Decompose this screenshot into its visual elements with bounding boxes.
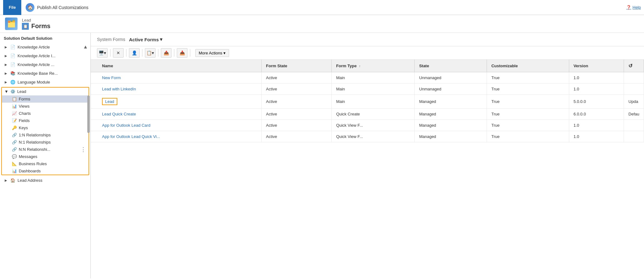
cell-form-type: Quick Create — [332, 109, 415, 120]
business-rules-icon: 📐 — [12, 161, 17, 166]
kb-icon: 📚 — [10, 70, 16, 76]
entity-labels: Lead 📋 Forms — [22, 18, 50, 30]
sidebar-label: Knowledge Article ... — [18, 62, 54, 67]
cell-form-type: Main — [332, 84, 415, 95]
sidebar-scrollbar-thumb[interactable] — [87, 95, 90, 133]
system-forms-label: System Forms — [97, 37, 125, 42]
expand-icon: ▼ — [4, 89, 8, 94]
table-row-lead: Lead Active Main Managed True 5.0.0.0 Up… — [91, 95, 644, 109]
sidebar: Solution Default Solution ▶ 📄 Knowledge … — [0, 33, 91, 278]
cell-customizable: True — [487, 120, 569, 131]
cell-customizable: True — [487, 95, 569, 109]
cell-form-state: Active — [262, 72, 332, 84]
module-icon: 🌐 — [10, 79, 16, 85]
sidebar-item-fields[interactable]: 📝 Fields — [2, 117, 89, 124]
help-circle-icon: ❓ — [626, 5, 631, 10]
publish-label: Publish All Customizations — [37, 5, 88, 10]
sidebar-label: Lead — [17, 89, 26, 94]
cell-version: 6.0.0.0 — [569, 109, 624, 120]
cell-form-type: Quick View F... — [332, 120, 415, 131]
more-actions-button[interactable]: More Actions ▾ — [195, 49, 229, 57]
article-icon: 📄 — [10, 44, 16, 50]
help-link[interactable]: ❓ Help — [626, 5, 641, 10]
sidebar-item-business-rules[interactable]: 📐 Business Rules — [2, 160, 89, 167]
cell-extra — [624, 84, 644, 95]
sidebar-item-language-module[interactable]: ▶ 🌐 Language Module — [0, 78, 90, 86]
export-button[interactable]: 📥 — [177, 48, 187, 58]
form-link-lead-quick-create[interactable]: Lead Quick Create — [102, 112, 136, 116]
publish-icon: 🏠 — [26, 3, 34, 12]
col-customizable: Customizable — [487, 60, 569, 72]
drag-handle-icon[interactable]: ⋮ — [80, 146, 89, 153]
sidebar-item-charts[interactable]: 📈 Charts — [2, 110, 89, 117]
delete-icon: ✕ — [116, 50, 120, 55]
cell-name: App for Outlook Lead Quick Vi... — [91, 131, 262, 142]
edit-button[interactable]: 👤 — [129, 48, 140, 58]
sidebar-item-dashboards[interactable]: 📊 Dashboards — [2, 167, 89, 175]
sidebar-item-views[interactable]: 📊 Views — [2, 103, 89, 110]
main-layout: Solution Default Solution ▶ 📄 Knowledge … — [0, 33, 644, 278]
sidebar-label: Charts — [19, 111, 31, 116]
table-row: App for Outlook Lead Card Active Quick V… — [91, 120, 644, 131]
cell-name: New Form — [91, 72, 262, 84]
scroll-up-icon[interactable]: ▲ — [83, 44, 88, 50]
cell-form-state: Active — [262, 95, 332, 109]
sidebar-label: Fields — [19, 118, 30, 123]
cell-name: Lead with LinkedIn — [91, 84, 262, 95]
help-label: Help — [632, 5, 641, 10]
copy-button[interactable]: 📋▾ — [145, 48, 156, 58]
cell-form-state: Active — [262, 109, 332, 120]
entity-header: 🗂️ Lead 📋 Forms — [0, 15, 644, 33]
sidebar-item-nn-relationships[interactable]: 🔗 N:N Relationshi... — [2, 146, 80, 153]
sidebar-item-knowledge-article-2[interactable]: ▶ 📄 Knowledge Article I... — [0, 51, 90, 60]
sidebar-label: Language Module — [18, 80, 50, 84]
active-forms-button[interactable]: Active Forms ▾ — [129, 37, 162, 42]
cell-name: Lead — [91, 95, 262, 109]
form-link-lead[interactable]: Lead — [102, 98, 117, 105]
table-row: App for Outlook Lead Quick Vi... Active … — [91, 131, 644, 142]
sidebar-label: 1:N Relationships — [19, 133, 51, 137]
sidebar-item-knowledge-article-3[interactable]: ▶ 📄 Knowledge Article ... — [0, 60, 90, 69]
sidebar-item-knowledge-article-1[interactable]: ▶ 📄 Knowledge Article ▲ — [0, 43, 90, 51]
form-link-app-outlook-card[interactable]: App for Outlook Lead Card — [102, 123, 151, 128]
sidebar-item-forms[interactable]: 📋 Forms — [2, 95, 89, 103]
delete-button[interactable]: ✕ — [113, 48, 124, 58]
new-button[interactable]: 🖥️▾ — [97, 48, 108, 58]
sidebar-item-knowledge-base-re[interactable]: ▶ 📚 Knowledge Base Re... — [0, 69, 90, 78]
sidebar-item-lead-address[interactable]: ▶ 🏠 Lead Address — [0, 176, 90, 185]
sidebar-item-n1-relationships[interactable]: 🔗 N:1 Relationships — [2, 139, 89, 146]
cell-extra — [624, 120, 644, 131]
toolbar: 🖥️▾ ✕ 👤 📋▾ 📤 📥 More A — [91, 46, 644, 60]
cell-name: Lead Quick Create — [91, 109, 262, 120]
refresh-icon[interactable]: ↺ — [628, 63, 632, 69]
cell-customizable: True — [487, 72, 569, 84]
cell-version: 1.0 — [569, 84, 624, 95]
fields-icon: 📝 — [12, 118, 17, 123]
cell-extra: Upda — [624, 95, 644, 109]
sidebar-item-lead[interactable]: ▼ ⚙️ Lead — [2, 88, 89, 95]
expand-icon: ▶ — [4, 53, 8, 58]
form-link-app-outlook-quick[interactable]: App for Outlook Lead Quick Vi... — [102, 134, 160, 139]
sidebar-label: Keys — [19, 125, 28, 130]
sidebar-label: Lead Address — [18, 178, 43, 183]
sidebar-item-1n-relationships[interactable]: 🔗 1:N Relationships — [2, 131, 89, 139]
toolbar-divider — [142, 49, 142, 57]
form-link-lead-linkedin[interactable]: Lead with LinkedIn — [102, 87, 136, 91]
col-refresh[interactable]: ↺ — [624, 60, 644, 72]
sidebar-item-keys[interactable]: 🔑 Keys — [2, 124, 89, 131]
expand-icon: ▶ — [4, 71, 8, 75]
sidebar-item-messages[interactable]: 💬 Messages — [2, 153, 89, 160]
publish-all-button[interactable]: 🏠 Publish All Customizations — [26, 3, 88, 12]
cell-version: 1.0 — [569, 131, 624, 142]
expand-icon: ▶ — [4, 62, 8, 67]
table-row: Lead Quick Create Active Quick Create Ma… — [91, 109, 644, 120]
cell-customizable: True — [487, 84, 569, 95]
file-button[interactable]: File — [3, 0, 21, 15]
cell-customizable: True — [487, 109, 569, 120]
col-form-state: Form State — [262, 60, 332, 72]
col-state: State — [415, 60, 487, 72]
address-icon: 🏠 — [10, 177, 16, 183]
form-link-new-form[interactable]: New Form — [102, 75, 121, 80]
import-button[interactable]: 📤 — [161, 48, 171, 58]
expand-icon: ▶ — [4, 80, 8, 84]
